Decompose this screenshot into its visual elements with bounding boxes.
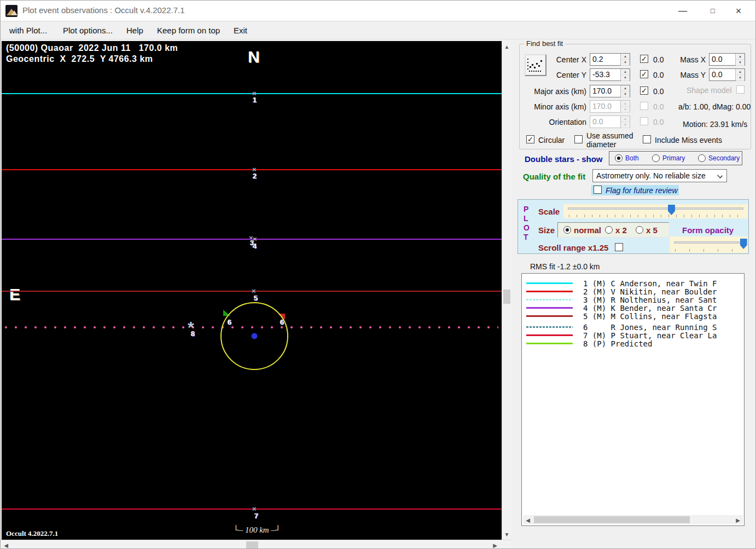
menu-item-exit[interactable]: Exit [230,24,251,37]
double-stars-radio-primary[interactable] [652,154,660,162]
spin-up-icon[interactable]: ▲ [621,69,630,75]
spinner-arrows-icon[interactable]: ▲▼ [620,69,630,80]
spin-down-icon[interactable]: ▼ [621,91,630,97]
north-label: N [248,48,260,66]
vscroll-thumb[interactable] [503,290,510,304]
observer-legend-list[interactable]: 1 (M) C Anderson, near Twin F2 (M) V Nik… [521,273,745,526]
spinner-arrows-icon[interactable]: ▲▼ [620,54,630,65]
legend-scroll-right-icon[interactable]: ▶ [735,517,741,523]
ab-dmag-label: a/b: 1.00, dMag: 0.00 [678,102,751,111]
fbf-fix-checkbox-4[interactable] [640,102,648,110]
close-button[interactable]: × [726,4,751,18]
event-x-marker-4: × [253,236,257,242]
fbf-spinner-1[interactable]: 0.2▲▼ [590,53,630,66]
legend-entry-text: 4 (M) K Bender, near Santa Cr [583,304,717,313]
legend-line-sample [526,334,573,336]
fbf-row-label: Minor axis (km) [520,102,586,111]
radio-dot-icon [617,157,620,160]
scale-slider[interactable] [563,204,748,218]
legend-scroll-left-icon[interactable]: ◀ [525,517,531,523]
legend-line-sample [526,343,573,344]
menu-item-keep-form-on-top[interactable]: Keep form on top [154,24,223,37]
plot-canvas[interactable]: (50000) Quaoar 2022 Jun 11 170.0 km Geoc… [2,41,502,540]
maximize-button[interactable]: □ [700,4,725,18]
minimize-button[interactable]: — [670,4,695,18]
fbf-sigma-label: 0.0 [653,55,664,64]
fbf-sigma-label: 0.0 [653,102,664,111]
quality-dropdown[interactable]: Astrometry only. No reliable size [592,169,727,182]
size-radio-normal[interactable] [563,226,571,234]
size-radio-x2[interactable] [605,226,613,234]
legend-entry-text: 5 (M) M Collins, near Flagsta [583,312,717,321]
circular-checkbox[interactable]: ✓ [526,135,534,143]
fbf-row-label: Orientation [520,118,586,126]
scale-slider-track[interactable] [568,207,743,210]
spinner-arrows-icon[interactable]: ▲▼ [620,85,630,97]
fbf-spinner-value: 170.0 [590,85,620,97]
plot-vertical-scrollbar[interactable]: ▲ ▼ [502,41,511,540]
use-assumed-checkbox[interactable] [574,135,583,143]
quality-label: Quality of the fit [523,172,585,181]
fbf-spinner-3[interactable]: 170.0▲▼ [590,85,630,97]
size-radio-x5[interactable] [636,226,643,234]
spinner-arrows-icon[interactable]: ▲▼ [735,69,745,80]
rms-fit-label: RMS fit -1.2 ±0.0 km [530,262,600,271]
legend-hscroll-thumb[interactable] [534,516,690,523]
spin-up-icon[interactable]: ▲ [736,69,745,75]
legend-horizontal-scrollbar[interactable]: ◀ ▶ [523,515,743,524]
scroll-up-icon[interactable]: ▲ [502,44,511,50]
chord-line-4 [2,239,502,240]
fbf-fix-checkbox-2[interactable]: ✓ [640,70,648,78]
opacity-slider-track[interactable] [674,241,743,244]
legend-entry-text: 8 (P) Predicted [583,339,652,348]
spin-up-icon[interactable]: ▲ [621,85,630,91]
event-x-marker-7: × [252,506,257,512]
double-stars-option-label: Primary [662,154,685,162]
shape-model-checkbox[interactable] [736,85,745,94]
include-miss-checkbox[interactable] [643,135,651,143]
spin-down-icon[interactable]: ▼ [736,60,745,66]
scroll-range-checkbox[interactable] [615,243,623,251]
mass-spinner-2[interactable]: 0.0▲▼ [709,68,745,81]
spin-up-icon[interactable]: ▲ [621,54,630,60]
plot-title-line2: Geocentric X 272.5 Y 4766.3 km [6,54,153,64]
plot-controls-panel: PLOT Scale Size normalx 2x 5 Form opacit… [517,199,749,254]
use-assumed-label-1: Use assumed [586,131,633,140]
plot-horizontal-scrollbar[interactable]: ◀ ▶ [1,540,511,549]
legend-line-sample [526,299,573,300]
menu-item-help[interactable]: Help [123,24,147,37]
fbf-fix-checkbox-5[interactable] [640,117,648,125]
flag-review-checkbox[interactable] [594,186,602,194]
mass-spinner-1[interactable]: 0.0▲▼ [709,53,745,66]
spin-up-icon[interactable]: ▲ [736,54,745,60]
fbf-fix-checkbox-3[interactable]: ✓ [640,86,648,95]
size-option-label: normal [574,226,601,235]
fbf-spinner-5: 0.0▲▼ [590,115,630,128]
legend-entry-text: 7 (M) P Stuart, near Clear La [583,331,717,340]
fbf-fix-checkbox-1[interactable]: ✓ [640,55,648,63]
spinner-arrows-icon[interactable]: ▲▼ [735,54,745,65]
mass-spinner-value: 0.0 [710,54,735,65]
size-label: Size [538,226,555,235]
opacity-slider-thumb[interactable] [740,239,747,249]
motion-label: Motion: 23.91 km/s [683,120,747,129]
scale-bar: └‒ 100 km ‒┘ [233,525,281,535]
spin-down-icon[interactable]: ▼ [736,75,745,81]
spin-down-icon[interactable]: ▼ [621,60,630,66]
fbf-spinner-2[interactable]: -53.3▲▼ [590,68,630,81]
scroll-left-icon[interactable]: ◀ [3,542,9,548]
hscroll-thumb[interactable] [246,541,258,548]
scale-slider-ticks [569,215,742,217]
double-stars-radio-both[interactable] [615,154,623,162]
spin-down-icon[interactable]: ▼ [621,75,630,81]
menu-item-plot-options[interactable]: Plot options... [60,24,116,37]
scale-slider-thumb[interactable] [668,205,675,215]
spin-up-icon: ▲ [621,116,630,122]
menu-item-with-plot[interactable]: with Plot... [6,24,50,37]
plot-letter-L: L [524,214,528,223]
scroll-down-icon[interactable]: ▼ [502,531,511,538]
double-stars-radio-secondary[interactable] [698,154,706,162]
opacity-slider[interactable] [670,236,748,253]
plot-letter-P: P [524,205,528,213]
scroll-right-icon[interactable]: ▶ [492,542,498,548]
